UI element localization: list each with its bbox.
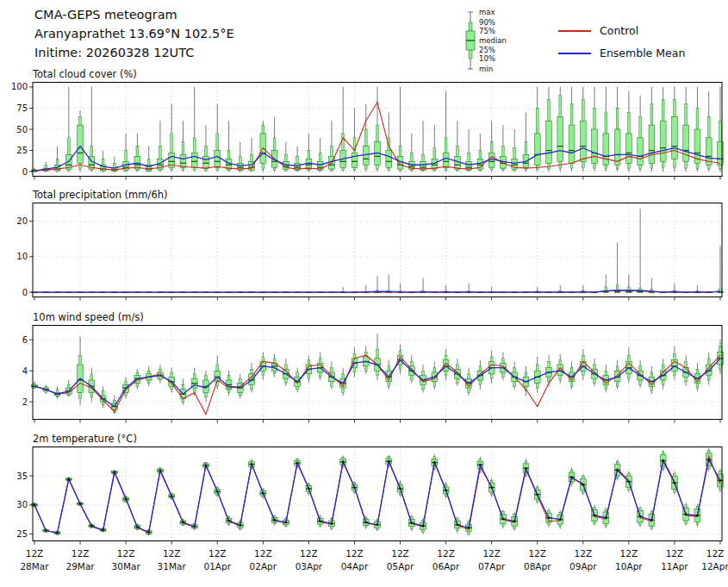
svg-text:10: 10	[16, 252, 28, 261]
svg-text:0: 0	[22, 167, 28, 177]
temp-panel-title: 2m temperature (°C)	[33, 433, 137, 445]
svg-text:11Apr: 11Apr	[661, 561, 688, 571]
svg-text:12Z: 12Z	[575, 548, 593, 559]
svg-text:05Apr: 05Apr	[387, 561, 414, 571]
wind-speed-chart: 246	[0, 325, 728, 424]
svg-text:28Mar: 28Mar	[20, 561, 49, 571]
svg-text:75%: 75%	[479, 27, 495, 35]
svg-text:25%: 25%	[479, 46, 495, 54]
svg-text:12Z: 12Z	[72, 548, 90, 559]
svg-text:12Z: 12Z	[482, 548, 501, 559]
wind-panel-title: 10m wind speed (m/s)	[33, 311, 144, 323]
svg-text:06Apr: 06Apr	[432, 561, 460, 571]
svg-text:10Apr: 10Apr	[615, 561, 643, 571]
svg-text:6: 6	[22, 335, 28, 345]
svg-text:29Mar: 29Mar	[65, 561, 95, 571]
svg-text:4: 4	[22, 366, 28, 376]
svg-text:max: max	[479, 8, 495, 16]
svg-text:25: 25	[16, 146, 28, 155]
svg-text:12Z: 12Z	[528, 548, 546, 559]
svg-text:07Apr: 07Apr	[478, 561, 506, 571]
svg-text:12Z: 12Z	[620, 548, 638, 559]
svg-text:01Apr: 01Apr	[204, 561, 232, 571]
svg-text:08Apr: 08Apr	[524, 561, 551, 571]
svg-text:10%: 10%	[479, 54, 495, 63]
svg-text:02Apr: 02Apr	[250, 561, 277, 571]
svg-text:04Apr: 04Apr	[341, 561, 369, 571]
boxplot-legend: max90%75%median25%10%min	[457, 3, 569, 76]
meteogram: CMA-GEPS meteogram Aranyaprathet 13.69°N…	[0, 0, 728, 587]
svg-text:12Z: 12Z	[437, 548, 455, 559]
svg-text:50: 50	[16, 125, 28, 134]
svg-text:12Z: 12Z	[666, 548, 684, 559]
svg-text:35: 35	[16, 471, 28, 481]
svg-text:12Z: 12Z	[163, 548, 181, 559]
svg-text:12Z: 12Z	[345, 548, 364, 559]
ensemble-line-swatch	[558, 53, 591, 54]
precipitation-chart: 01020	[0, 203, 728, 302]
x-axis-labels: 12Z28Mar12Z29Mar12Z30Mar12Z31Mar12Z01Apr…	[0, 546, 728, 583]
station-info: Aranyaprathet 13.69°N 102.5°E	[34, 24, 234, 43]
svg-text:100: 100	[11, 82, 28, 91]
svg-text:0: 0	[22, 288, 28, 297]
legend-ensemble: Ensemble Mean	[558, 47, 685, 59]
svg-text:12Z: 12Z	[391, 548, 409, 559]
svg-text:31Mar: 31Mar	[158, 561, 187, 571]
page-title: CMA-GEPS meteogram	[34, 5, 177, 24]
cloud-cover-chart: 0255075100	[0, 82, 728, 181]
svg-text:03Apr: 03Apr	[296, 561, 323, 571]
svg-text:12Z: 12Z	[26, 548, 44, 559]
svg-text:12Z: 12Z	[706, 548, 725, 559]
ensemble-label: Ensemble Mean	[600, 47, 685, 59]
svg-text:12Apr: 12Apr	[701, 561, 728, 571]
cloud-panel-title: Total cloud cover (%)	[33, 68, 137, 80]
svg-text:09Apr: 09Apr	[569, 561, 597, 571]
svg-text:25: 25	[16, 529, 28, 539]
svg-text:75: 75	[16, 103, 28, 113]
svg-text:12Z: 12Z	[300, 548, 318, 559]
precip-panel-title: Total precipitation (mm/6h)	[33, 189, 167, 201]
svg-text:2: 2	[22, 397, 28, 407]
temperature-chart: 253035	[0, 446, 728, 546]
svg-text:30Mar: 30Mar	[112, 561, 141, 571]
svg-text:90%: 90%	[479, 18, 495, 27]
svg-text:20: 20	[16, 216, 28, 226]
legend-control: Control	[558, 24, 638, 37]
svg-text:min: min	[479, 65, 493, 73]
svg-text:12Z: 12Z	[254, 548, 272, 559]
control-label: Control	[600, 24, 638, 37]
svg-text:30: 30	[16, 500, 28, 509]
svg-text:median: median	[479, 36, 507, 45]
control-line-swatch	[558, 30, 591, 32]
svg-text:12Z: 12Z	[117, 548, 135, 559]
init-time: Initime: 20260328 12UTC	[34, 43, 194, 62]
svg-text:12Z: 12Z	[208, 548, 227, 559]
